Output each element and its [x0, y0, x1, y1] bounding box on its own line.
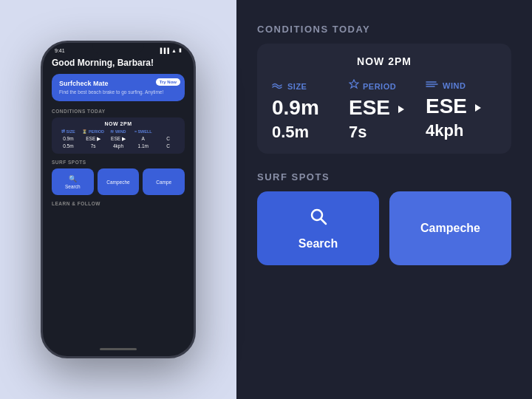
wind-label: WIND: [443, 81, 466, 90]
ph-wind-r1: ESE ▶: [106, 136, 131, 142]
ph-extra-r2: C: [156, 143, 180, 149]
phone-cond-row1: 0.9m ESE ▶ ESE ▶ A C: [56, 136, 180, 142]
ph-swell-r1: A: [131, 136, 155, 142]
ph-wind-r2: 4kph: [106, 143, 131, 149]
spot-campeche-card[interactable]: Campeche: [389, 191, 511, 265]
size-column: SIZE 0.9m 0.5m: [272, 79, 343, 142]
phone-cond-row2: 0.5m 7s 4kph 1.1m C: [56, 143, 180, 149]
signal-icon: ▐▐▐: [158, 48, 169, 53]
ph-swell-header: ≈ SWELL: [131, 129, 155, 134]
size-icon: [272, 79, 284, 93]
ph-extra-header: [156, 129, 180, 134]
phone-spot-search-label: Search: [65, 184, 81, 189]
phone-mockup: 9:41 ▐▐▐ ▲ ▮ Good Morning, Barbara! Try …: [0, 0, 236, 399]
phone-greeting: Good Morning, Barbara!: [52, 58, 185, 68]
period-header: PERIOD: [349, 79, 420, 93]
period-label: PERIOD: [363, 82, 396, 91]
status-icons: ▐▐▐ ▲ ▮: [158, 47, 182, 53]
phone-notch: [92, 43, 144, 55]
wind-icon: [426, 79, 439, 92]
size-value-row2: 0.5m: [272, 123, 343, 142]
phone-search-icon: 🔍: [69, 175, 77, 183]
phone-learn-label: LEARN & FOLLOW: [52, 201, 185, 206]
period-column: PERIOD ESE 7s: [349, 79, 420, 142]
ph-period-header: ⏳ PERIOD: [81, 129, 106, 134]
spot-search-card[interactable]: Search: [257, 191, 379, 265]
status-time: 9:41: [55, 48, 65, 53]
ph-period-r1: ESE ▶: [81, 136, 106, 142]
size-value-row1: 0.9m: [272, 96, 343, 120]
phone-spots-label: SURF SPOTS: [52, 160, 185, 165]
period-arrow: [398, 106, 404, 113]
conditions-time-label: NOW 2PM: [272, 55, 497, 67]
spots-row: Search Campeche: [257, 191, 511, 265]
size-header: SIZE: [272, 79, 343, 93]
ph-period-r2: 7s: [81, 143, 106, 149]
wind-value-row1: ESE: [426, 95, 497, 118]
ph-wind-header: ≋ WIND: [106, 129, 131, 134]
detail-panel: CONDITIONS TODAY NOW 2PM SIZE: [236, 0, 532, 399]
promo-card-subtitle: Find the best beach brake to go surfing.…: [59, 89, 177, 95]
conditions-section: CONDITIONS TODAY NOW 2PM SIZE: [257, 24, 511, 154]
phone-spot-search[interactable]: 🔍 Search: [52, 168, 94, 195]
phone-spot-extra[interactable]: Campe: [143, 168, 185, 195]
wind-column: WIND ESE 4kph: [426, 79, 497, 142]
phone-conditions-label: CONDITIONS TODAY: [52, 109, 185, 114]
size-label: SIZE: [287, 82, 307, 91]
conditions-box: NOW 2PM SIZE 0.9m: [257, 44, 511, 154]
phone-content: Good Morning, Barbara! Try Now Surfcheck…: [43, 53, 194, 206]
wind-header: WIND: [426, 79, 497, 92]
ph-size-header: ⇌ SIZE: [56, 129, 81, 134]
spots-section: SURF SPOTS Search Campeche: [257, 171, 511, 265]
period-icon: [349, 79, 359, 93]
ph-swell-r2: 1.1m: [131, 143, 155, 149]
search-icon: [308, 206, 329, 231]
wifi-icon: ▲: [171, 48, 177, 53]
period-value-row2: 7s: [349, 123, 420, 142]
phone-spots-section: SURF SPOTS 🔍 Search Campeche Campe: [52, 160, 185, 195]
try-now-button[interactable]: Try Now: [156, 78, 180, 86]
spot-campeche-label: Campeche: [420, 222, 480, 235]
period-value-row1: ESE: [349, 96, 420, 120]
phone-frame: 9:41 ▐▐▐ ▲ ▮ Good Morning, Barbara! Try …: [41, 41, 196, 358]
phone-cond-headers: ⇌ SIZE ⏳ PERIOD ≋ WIND ≈ SWELL: [56, 129, 180, 134]
ph-size-r2: 0.5m: [56, 143, 81, 149]
phone-spots-row: 🔍 Search Campeche Campe: [52, 168, 185, 195]
ph-extra-r1: C: [156, 136, 180, 142]
conditions-grid: SIZE 0.9m 0.5m PERIOD: [272, 79, 497, 142]
phone-promo-card[interactable]: Try Now Surfcheck Mate Find the best bea…: [52, 74, 185, 101]
ph-size-r1: 0.9m: [56, 136, 81, 142]
svg-line-4: [321, 219, 326, 225]
wind-arrow: [475, 104, 481, 112]
phone-spot-campeche[interactable]: Campeche: [98, 168, 140, 195]
phone-spot-extra-label: Campe: [156, 180, 171, 185]
conditions-section-title: CONDITIONS TODAY: [257, 24, 511, 35]
phone-conditions-time: NOW 2PM: [56, 121, 180, 126]
phone-conditions-box: NOW 2PM ⇌ SIZE ⏳ PERIOD ≋ WIND ≈ SWELL 0…: [52, 117, 185, 154]
battery-icon: ▮: [179, 47, 182, 53]
spots-section-title: SURF SPOTS: [257, 171, 511, 183]
wind-value-row2: 4kph: [426, 121, 497, 140]
phone-spot-campeche-label: Campeche: [106, 180, 129, 185]
spot-search-label: Search: [299, 237, 338, 250]
phone-home-bar: [100, 348, 137, 350]
